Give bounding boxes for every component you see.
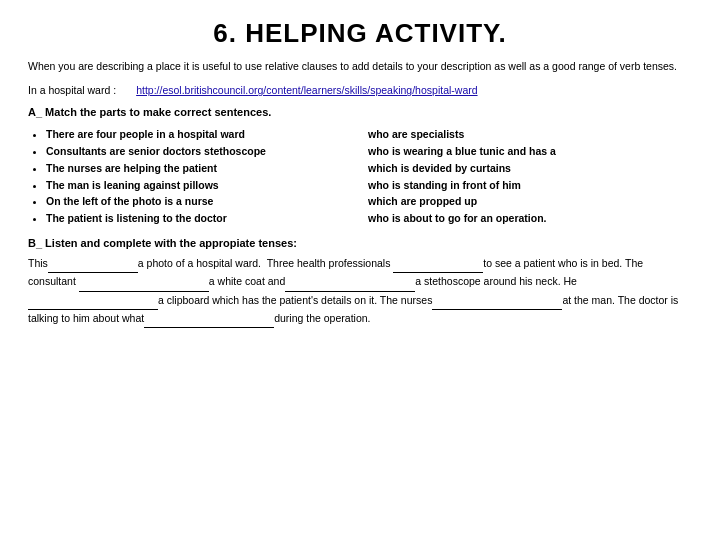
list-item: Consultants are senior doctors stethosco…: [46, 143, 352, 160]
page-container: 6. HELPING ACTIVITY. When you are descri…: [0, 0, 720, 342]
blank-1: [48, 255, 138, 273]
word-three: Three: [267, 257, 294, 269]
list-item: There are four people in a hospital ward: [46, 126, 352, 143]
list-item: The nurses are helping the patient: [46, 160, 352, 177]
col-right: who are specialists who is wearing a blu…: [360, 126, 692, 227]
word-professionals: professionals: [329, 257, 391, 269]
blank-3: [79, 273, 209, 291]
hospital-ward-link[interactable]: http://esol.britishcouncil.org/content/l…: [136, 84, 477, 96]
section-b-label: B_ Listen and complete with the appropia…: [28, 237, 692, 249]
page-title: 6. HELPING ACTIVITY.: [28, 18, 692, 49]
word-this: This: [28, 257, 48, 269]
hospital-ward-label: In a hospital ward :: [28, 84, 116, 96]
list-item: The man is leaning against pillows: [46, 177, 352, 194]
blank-7: [144, 310, 274, 328]
list-item: The patient is listening to the doctor: [46, 210, 352, 227]
hospital-ward-row: In a hospital ward : http://esol.british…: [28, 84, 692, 96]
list-item: who is wearing a blue tunic and has a: [368, 143, 692, 160]
left-list: There are four people in a hospital ward…: [28, 126, 352, 227]
fill-in-text: This a photo of a hospital ward. Three h…: [28, 255, 692, 328]
word-health: health: [297, 257, 326, 269]
list-item: who is standing in front of him: [368, 177, 692, 194]
list-item: who is about to go for an operation.: [368, 210, 692, 227]
list-item: which are propped up: [368, 193, 692, 210]
col-left: There are four people in a hospital ward…: [28, 126, 360, 227]
list-item: On the left of the photo is a nurse: [46, 193, 352, 210]
list-item: who are specialists: [368, 126, 692, 143]
intro-text: When you are describing a place it is us…: [28, 59, 692, 74]
blank-6: [432, 292, 562, 310]
right-list: who are specialists who is wearing a blu…: [368, 126, 692, 227]
list-item: which is devided by curtains: [368, 160, 692, 177]
blank-5: [28, 292, 158, 310]
section-a-label: A_ Match the parts to make correct sente…: [28, 106, 692, 118]
blank-2: [393, 255, 483, 273]
blank-4: [285, 273, 415, 291]
match-section: There are four people in a hospital ward…: [28, 126, 692, 227]
